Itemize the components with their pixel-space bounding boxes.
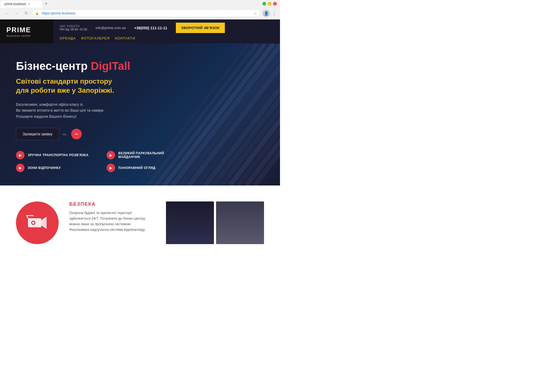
hero-subtitle-line2: для роботи вже у Запоріжжі. bbox=[16, 86, 181, 95]
header-info: ЧАС РОБОТИ ПН-НД: 08.00 -22.00 info@prim… bbox=[53, 19, 231, 43]
hero-subtitle: Світові стандарти простору для роботи вж… bbox=[16, 77, 181, 95]
submit-request-button[interactable]: Залишити заявку bbox=[16, 128, 59, 140]
feature-icon-3: ▶ bbox=[16, 164, 25, 172]
edit-button[interactable]: ✏ bbox=[71, 129, 82, 139]
logo-prime: PRIME bbox=[6, 26, 47, 34]
browser-menu-button[interactable]: ⋮ bbox=[272, 10, 277, 16]
work-hours-block: ЧАС РОБОТИ ПН-НД: 08.00 -22.00 bbox=[60, 25, 87, 31]
feature-text-3: ЗОНИ ВІДПОЧИНКУ bbox=[28, 166, 61, 170]
close-button[interactable] bbox=[273, 2, 277, 6]
security-text-line2: здійснюється 24/7. Потрапити до бізнес-ц… bbox=[69, 216, 155, 221]
profile-icon[interactable]: 👤 bbox=[262, 10, 270, 17]
feature-item-1: ▶ ЗРУЧНА ТРАНСПОРТНА РОЗВ'ЯЗКА bbox=[16, 151, 91, 159]
feature-item-2: ▶ ВЕЛИКИЙ ПАРКУВАЛЬНИЙ МАЙДАНЧИК bbox=[107, 151, 181, 159]
security-icon-wrap bbox=[16, 201, 59, 244]
address-bar-row: ← → ↻ 🔒 ☆ 👤 ⋮ bbox=[0, 8, 280, 19]
nav-contacts[interactable]: КОНТАКТИ bbox=[115, 36, 135, 40]
hero-desc-line2: Ви зможете втілити в життя всі Ваші цілі… bbox=[16, 107, 181, 113]
header-email: info@prime.com.ua bbox=[96, 26, 126, 30]
site-header: PRIME business center ЧАС РОБОТИ ПН-НД: … bbox=[0, 19, 280, 43]
work-hours-time: ПН-НД: 08.00 -22.00 bbox=[60, 28, 87, 31]
header-phone: +38(050) 111-11-11 bbox=[134, 26, 167, 30]
feature-item-4: ▶ ПАНОРАМНИЙ ОГЛЯД bbox=[107, 164, 181, 172]
website: PRIME business center ЧАС РОБОТИ ПН-НД: … bbox=[0, 19, 280, 260]
feature-icon-2: ▶ bbox=[107, 151, 115, 159]
hero-title-red: DigITall bbox=[91, 60, 131, 72]
hero-description: Ексклюзивні, комфортні офіси класу А. Ви… bbox=[16, 102, 181, 119]
svg-marker-17 bbox=[41, 217, 47, 229]
nav-rent[interactable]: ОРЕНДА bbox=[60, 36, 76, 40]
feature-text-2: ВЕЛИКИЙ ПАРКУВАЛЬНИЙ МАЙДАНЧИК bbox=[118, 151, 181, 159]
feedback-button[interactable]: ЗВОРОТНІЙ ЗВ'ЯЗОК bbox=[176, 23, 225, 33]
security-text-line1: Охорона будівлі та прилеглої території bbox=[69, 210, 155, 216]
hero-title: Бізнес-центр DigITall bbox=[16, 59, 181, 73]
security-text: Охорона будівлі та прилеглої території з… bbox=[69, 210, 155, 232]
features-grid: ▶ ЗРУЧНА ТРАНСПОРТНА РОЗВ'ЯЗКА ▶ ВЕЛИКИЙ… bbox=[16, 151, 181, 172]
minimize-button[interactable] bbox=[268, 2, 271, 6]
address-bar-container: 🔒 ☆ bbox=[32, 9, 260, 17]
hero-title-white: Бізнес-центр bbox=[16, 60, 91, 72]
work-hours-label: ЧАС РОБОТИ bbox=[60, 25, 87, 28]
security-section: БЕЗПЕКА Охорона будівлі та прилеглої тер… bbox=[0, 185, 280, 260]
feature-text-1: ЗРУЧНА ТРАНСПОРТНА РОЗВ'ЯЗКА bbox=[28, 153, 88, 157]
feature-icon-1: ▶ bbox=[16, 151, 25, 159]
logo-sub: business center bbox=[6, 34, 47, 37]
back-button[interactable]: ← bbox=[3, 10, 11, 17]
nav-gallery[interactable]: ФОТОГАЛЕРЕЯ bbox=[81, 36, 110, 40]
security-image-1 bbox=[166, 201, 214, 244]
security-images bbox=[166, 201, 264, 244]
new-tab-button[interactable]: + bbox=[43, 0, 50, 8]
security-text-line3: можна лише за пропускною системою. bbox=[69, 221, 155, 227]
security-text-line4: Реалізована надсучасна система відеонагл… bbox=[69, 227, 155, 233]
security-content: БЕЗПЕКА Охорона будівлі та прилеглої тер… bbox=[69, 201, 155, 232]
header-nav: ОРЕНДА ФОТОГАЛЕРЕЯ КОНТАКТИ bbox=[60, 36, 225, 40]
feature-item-3: ▶ ЗОНИ ВІДПОЧИНКУ bbox=[16, 164, 91, 172]
hero-content: Бізнес-центр DigITall Світові стандарти … bbox=[16, 59, 181, 172]
tab-close-button[interactable]: × bbox=[28, 2, 30, 6]
feature-icon-4: ▶ bbox=[107, 164, 115, 172]
maximize-button[interactable] bbox=[262, 2, 266, 6]
svg-point-19 bbox=[32, 222, 34, 224]
tab-title: prime.business bbox=[5, 2, 26, 6]
security-image-2 bbox=[216, 201, 264, 244]
browser-chrome: prime.business × + ← → ↻ 🔒 ☆ 👤 ⋮ bbox=[0, 0, 280, 19]
camera-icon bbox=[25, 211, 49, 235]
hero-subtitle-line1: Світові стандарти простору bbox=[16, 77, 181, 86]
url-input[interactable] bbox=[32, 9, 260, 17]
tab-bar-left: prime.business × + bbox=[0, 0, 50, 8]
bookmark-icon[interactable]: ☆ bbox=[253, 11, 257, 16]
browser-tab[interactable]: prime.business × bbox=[0, 0, 43, 8]
window-controls bbox=[262, 2, 280, 8]
feature-text-4: ПАНОРАМНИЙ ОГЛЯД bbox=[118, 166, 156, 170]
hero-desc-line1: Ексклюзивні, комфортні офіси класу А. bbox=[16, 102, 181, 107]
hero-actions: Залишити заявку чи.. ✏ bbox=[16, 128, 181, 140]
forward-button[interactable]: → bbox=[13, 10, 20, 17]
tab-bar-row: prime.business × + bbox=[0, 0, 280, 8]
hero-section: Бізнес-центр DigITall Світові стандарти … bbox=[0, 43, 280, 185]
logo-block: PRIME business center bbox=[0, 19, 53, 43]
reload-button[interactable]: ↻ bbox=[22, 10, 30, 17]
lock-icon: 🔒 bbox=[35, 11, 39, 15]
hero-desc-line3: Розширте кордони Вашого бізнесу! bbox=[16, 114, 181, 119]
header-top: ЧАС РОБОТИ ПН-НД: 08.00 -22.00 info@prim… bbox=[60, 23, 225, 33]
or-label: чи.. bbox=[62, 132, 68, 136]
security-title: БЕЗПЕКА bbox=[69, 201, 155, 207]
